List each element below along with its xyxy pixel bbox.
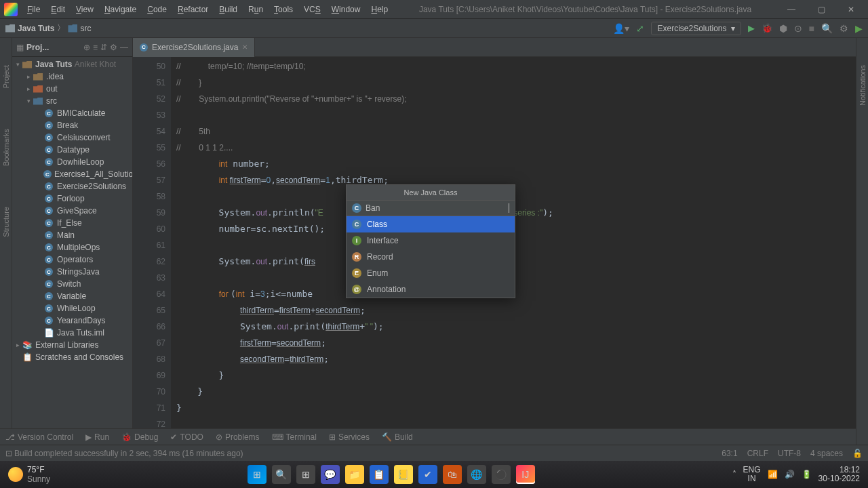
- app-store[interactable]: 🛍: [443, 465, 462, 484]
- todo-tab[interactable]: ✔TODO: [170, 432, 203, 442]
- volume-icon[interactable]: 🔊: [785, 470, 795, 479]
- settings-icon[interactable]: ⚙: [840, 23, 848, 34]
- option-class[interactable]: CClass: [347, 216, 515, 232]
- app-notes[interactable]: 📒: [394, 465, 413, 484]
- tree-file[interactable]: CYearandDays: [12, 314, 132, 327]
- expand-all-icon[interactable]: ≡: [93, 43, 98, 52]
- indent[interactable]: 4 spaces: [810, 449, 843, 458]
- debug-button[interactable]: 🐞: [762, 23, 772, 33]
- clock[interactable]: 18:1230-10-2022: [818, 466, 860, 483]
- run-tab[interactable]: ▶Run: [85, 432, 109, 442]
- search-button[interactable]: 🔍: [272, 465, 291, 484]
- project-tool-tab[interactable]: Project: [2, 65, 10, 88]
- run-config-selector[interactable]: Exercise2Solutions▾: [651, 22, 741, 35]
- encoding[interactable]: UTF-8: [778, 449, 801, 458]
- tree-file[interactable]: CSwitch: [12, 278, 132, 290]
- maximize-button[interactable]: ▢: [807, 1, 835, 18]
- tree-file[interactable]: COperators: [12, 253, 132, 266]
- build-tab[interactable]: 🔨Build: [382, 432, 413, 442]
- menu-file[interactable]: File: [22, 5, 45, 14]
- wifi-icon[interactable]: 📶: [768, 470, 778, 479]
- tree-file[interactable]: CBMICalculate: [12, 107, 132, 119]
- project-tree[interactable]: ▾Java Tuts Aniket Khot ▸.idea ▸out ▾src …: [12, 57, 132, 428]
- project-view-icon[interactable]: ▦: [16, 43, 24, 52]
- editor-tab[interactable]: C Exercise2Solutions.java ✕: [133, 38, 255, 57]
- app-todo[interactable]: 📋: [370, 465, 389, 484]
- tree-file[interactable]: CDowhileLoop: [12, 156, 132, 168]
- crumb-project[interactable]: Java Tuts: [18, 24, 54, 33]
- menu-vcs[interactable]: VCS: [298, 5, 326, 14]
- tray-chevron-icon[interactable]: ˄: [732, 470, 736, 479]
- learn-icon[interactable]: ▶: [855, 23, 863, 34]
- version-control-tab[interactable]: ⎇Version Control: [5, 432, 73, 442]
- menu-tools[interactable]: Tools: [269, 5, 298, 14]
- task-view[interactable]: ⊞: [296, 465, 315, 484]
- app-explorer[interactable]: 📁: [345, 465, 364, 484]
- option-annotation[interactable]: @Annotation: [347, 281, 515, 298]
- weather-widget[interactable]: 75°FSunny: [8, 465, 50, 484]
- class-name-input[interactable]: [366, 203, 505, 213]
- menu-view[interactable]: View: [71, 5, 99, 14]
- tree-file[interactable]: CIf_Else: [12, 217, 132, 229]
- readonly-icon[interactable]: 🔓: [852, 449, 863, 458]
- coverage-button[interactable]: ⬢: [779, 23, 787, 34]
- tree-root[interactable]: ▾Java Tuts Aniket Khot: [12, 58, 132, 70]
- bookmarks-tool-tab[interactable]: Bookmarks: [2, 129, 10, 166]
- problems-tab[interactable]: ⊘Problems: [216, 432, 260, 442]
- user-icon[interactable]: 👤▾: [613, 23, 629, 34]
- close-button[interactable]: ✕: [837, 1, 865, 18]
- tree-file[interactable]: CForloop: [12, 192, 132, 205]
- panel-settings-icon[interactable]: ⚙: [110, 43, 117, 52]
- profile-button[interactable]: ⊙: [794, 23, 802, 34]
- tree-scratches[interactable]: 📋Scratches and Consoles: [12, 351, 132, 363]
- tree-file[interactable]: CWhileLoop: [12, 302, 132, 314]
- select-opened-icon[interactable]: ⊕: [83, 43, 90, 52]
- option-enum[interactable]: EEnum: [347, 265, 515, 281]
- tree-file[interactable]: CGiveSpace: [12, 205, 132, 217]
- battery-icon[interactable]: 🔋: [802, 470, 812, 479]
- menu-edit[interactable]: Edit: [45, 5, 71, 14]
- status-icon[interactable]: ⊡: [5, 449, 12, 458]
- tree-src[interactable]: ▾src: [12, 95, 132, 107]
- caret-position[interactable]: 63:1: [722, 449, 737, 458]
- tree-iml[interactable]: 📄Java Tuts.iml: [12, 327, 132, 339]
- tree-external-libs[interactable]: ▸📚External Libraries: [12, 339, 132, 351]
- app-chrome[interactable]: 🌐: [467, 465, 486, 484]
- notifications-tab[interactable]: Notifications: [859, 65, 867, 106]
- line-separator[interactable]: CRLF: [747, 449, 768, 458]
- menu-help[interactable]: Help: [366, 5, 393, 14]
- breadcrumb[interactable]: Java Tuts 〉 src: [5, 22, 91, 34]
- tree-file[interactable]: CCelsiusconvert: [12, 131, 132, 144]
- tree-file[interactable]: CExercise1_All_Solutions: [12, 168, 132, 180]
- menu-code[interactable]: Code: [142, 5, 172, 14]
- language-indicator[interactable]: ENGIN: [743, 466, 761, 483]
- tree-file[interactable]: CMain: [12, 229, 132, 241]
- tree-out[interactable]: ▸out: [12, 83, 132, 95]
- collapse-all-icon[interactable]: ⇵: [100, 43, 107, 52]
- build-icon[interactable]: ⤢: [636, 23, 644, 34]
- start-button[interactable]: ⊞: [248, 465, 267, 484]
- hide-panel-icon[interactable]: —: [120, 43, 128, 52]
- tree-file[interactable]: CStringsJava: [12, 266, 132, 278]
- tree-idea[interactable]: ▸.idea: [12, 70, 132, 83]
- structure-tool-tab[interactable]: Structure: [2, 207, 10, 237]
- menu-window[interactable]: Window: [326, 5, 366, 14]
- app-teams[interactable]: 💬: [321, 465, 340, 484]
- terminal-tab[interactable]: ⌨Terminal: [272, 432, 317, 442]
- app-intellij[interactable]: IJ: [516, 465, 535, 484]
- tree-file[interactable]: CDatatype: [12, 144, 132, 156]
- line-gutter[interactable]: 5051525354555657585960616263646566676869…: [133, 57, 171, 428]
- menu-build[interactable]: Build: [214, 5, 243, 14]
- close-icon[interactable]: ✕: [242, 43, 248, 51]
- option-record[interactable]: RRecord: [347, 249, 515, 265]
- tree-file[interactable]: CMultipleOps: [12, 241, 132, 253]
- tree-file[interactable]: CVariable: [12, 290, 132, 302]
- menu-run[interactable]: Run: [243, 5, 269, 14]
- app-obs[interactable]: ⚫: [492, 465, 511, 484]
- minimize-button[interactable]: —: [777, 1, 806, 18]
- crumb-src[interactable]: src: [80, 24, 91, 33]
- tree-file[interactable]: CExercise2Solutions: [12, 180, 132, 192]
- run-button[interactable]: ▶: [748, 23, 755, 33]
- stop-button[interactable]: ■: [809, 23, 814, 34]
- app-todo2[interactable]: ✔: [418, 465, 437, 484]
